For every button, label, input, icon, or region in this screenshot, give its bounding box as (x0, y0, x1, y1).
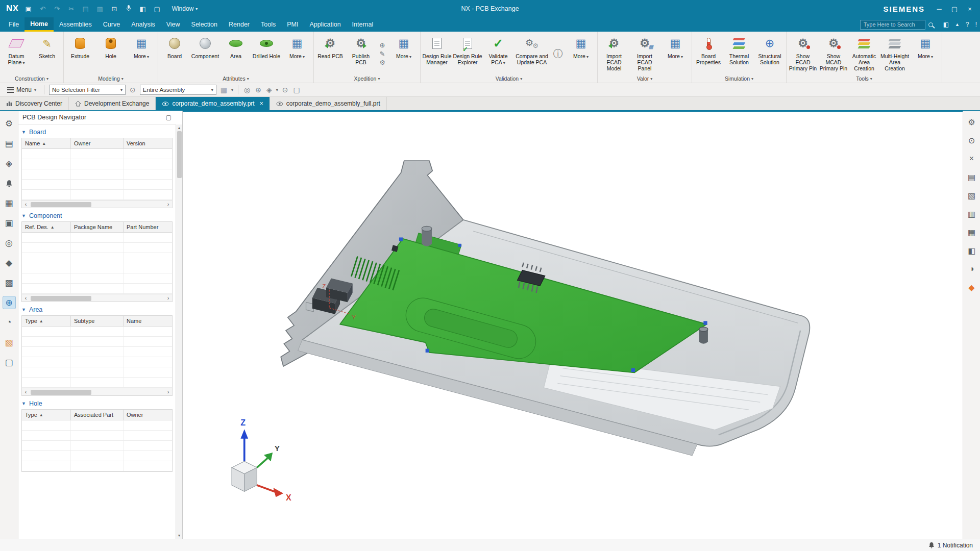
paste-icon[interactable]: ▥ (95, 5, 105, 13)
menu-internal[interactable]: Internal (347, 17, 379, 32)
horizontal-scrollbar[interactable]: ‹ › (22, 388, 172, 395)
column-header[interactable]: Ref. Des.▲ (22, 222, 71, 232)
menu-view[interactable]: View (161, 17, 186, 32)
group-label-validation[interactable]: Validation▾ (422, 74, 596, 83)
menu-file[interactable]: File (3, 17, 24, 32)
menu-pmi[interactable]: PMI (281, 17, 304, 32)
attributes-more-button[interactable]: ▦ More▾ (282, 33, 312, 74)
read-pcb-button[interactable]: ⚙ Read PCB (315, 33, 346, 74)
window-layout-icon[interactable]: ▢ (3, 356, 16, 369)
snap-midpoint-icon[interactable]: ◈ (265, 86, 273, 94)
multi-height-area-creation-button[interactable]: Multi-Height Area Creation (879, 33, 910, 74)
close-button[interactable]: × (963, 3, 977, 15)
hole-button[interactable]: Hole (95, 33, 126, 74)
sketch-button[interactable]: ✎ Sketch (32, 33, 62, 74)
modeling-more-button[interactable]: ▦ More▾ (126, 33, 157, 74)
restore-pane-icon[interactable]: ◧ (940, 17, 952, 32)
history-icon[interactable]: ◔ (3, 316, 16, 329)
column-header[interactable]: Name (124, 316, 172, 326)
orient-view-icon[interactable]: ◧ (966, 244, 978, 257)
snap-grid-icon[interactable]: ▦ (219, 86, 228, 94)
roles-gear-icon[interactable]: ⚙ (3, 117, 16, 130)
save-icon[interactable]: ▣ (24, 5, 33, 13)
horizontal-scrollbar[interactable]: ‹ › (22, 294, 172, 302)
group-label-xpedition[interactable]: Xpedition▾ (315, 74, 419, 83)
tools-more-button[interactable]: ▦ More▾ (910, 33, 941, 74)
group-label-tools[interactable]: Tools▾ (788, 74, 941, 83)
window-layout-icon[interactable]: ▢ (153, 5, 162, 13)
pin-point-icon[interactable]: ⊕ (380, 42, 385, 48)
menu-tools[interactable]: Tools (255, 17, 281, 32)
area-button[interactable]: Area (220, 33, 251, 74)
component-section-header[interactable]: ▼ Component (21, 210, 173, 221)
validation-info-button[interactable]: ⓘ (550, 33, 566, 74)
area-section-header[interactable]: ▼ Area (21, 304, 173, 315)
show-ecad-primary-pin-button[interactable]: ⚙ Show ECAD Primary Pin (788, 33, 818, 74)
shaded-view-icon[interactable]: ◑ (966, 263, 978, 275)
hd3d-tools-icon[interactable]: ◎ (3, 236, 16, 249)
column-header[interactable]: Subtype (71, 316, 124, 326)
vertical-scrollbar[interactable]: ▲ ▼ (176, 124, 182, 539)
redo-icon[interactable]: ↷ (53, 5, 62, 13)
menu-assemblies[interactable]: Assemblies (54, 17, 97, 32)
chevron-down-icon[interactable]: ▾ (276, 88, 278, 92)
dependencies-icon[interactable]: ◆ (3, 256, 16, 269)
alerts-icon[interactable]: ! (972, 17, 980, 32)
publish-pcb-button[interactable]: ⚙ Publish PCB (346, 33, 376, 74)
view-grid-icon[interactable]: ▦ (966, 226, 978, 238)
snap-center-icon[interactable]: ⊙ (281, 86, 289, 94)
menu-analysis[interactable]: Analysis (126, 17, 161, 32)
tab-development-exchange[interactable]: Development Exchange (69, 97, 156, 110)
extrude-button[interactable]: Extrude (65, 33, 95, 74)
drilled-hole-button[interactable]: Drilled Hole (251, 33, 282, 74)
settings-icon[interactable]: ⚙ (379, 59, 385, 66)
undo-icon[interactable]: ↶ (38, 5, 47, 13)
group-label-modeling[interactable]: Modeling▾ (65, 74, 157, 83)
window-menu[interactable]: Window ▾ (172, 5, 198, 12)
orientation-triad[interactable]: Z Y X (232, 418, 291, 502)
scrollbar-thumb[interactable] (177, 131, 182, 178)
column-header[interactable]: Name▲ (22, 138, 71, 148)
validation-more-button[interactable]: ▦ More▾ (566, 33, 596, 74)
snap-point-icon[interactable]: ⊕ (254, 86, 262, 94)
sketch-edit-icon[interactable]: ✎ (380, 51, 385, 57)
collapse-ribbon-icon[interactable]: ▲ (952, 17, 963, 32)
command-pane-icon[interactable]: ◧ (138, 5, 148, 13)
xpedition-more-button[interactable]: ▦ More▾ (388, 33, 419, 74)
part-navigator-icon[interactable]: ▦ (3, 196, 16, 210)
3d-model[interactable]: Z Y Z Y X (183, 112, 963, 539)
visual-reports-icon[interactable]: ▧ (3, 336, 16, 349)
column-header[interactable]: Associated Part (71, 410, 124, 420)
scrollbar-thumb[interactable] (31, 390, 91, 395)
menu-render[interactable]: Render (223, 17, 255, 32)
capture-icon[interactable]: ⊡ (110, 5, 119, 13)
menu-application[interactable]: Application (304, 17, 346, 32)
measure-icon[interactable]: ◆ (966, 281, 978, 293)
board-section-header[interactable]: ▼ Board (21, 127, 173, 138)
structural-solution-button[interactable]: ⊕ Structural Solution (754, 33, 785, 74)
tab-discovery-center[interactable]: Discovery Center (0, 97, 69, 110)
close-pane-icon[interactable]: × (966, 153, 978, 165)
group-label-simulation[interactable]: Simulation▾ (693, 74, 785, 83)
menu-home[interactable]: Home (24, 17, 54, 32)
standoff-cylinder[interactable] (699, 327, 708, 344)
layers-icon[interactable]: ▧ (966, 189, 978, 202)
notifications-bell-icon[interactable] (3, 177, 16, 190)
scrollbar-thumb[interactable] (31, 296, 91, 301)
standoff-cylinder[interactable] (422, 226, 432, 246)
board-button[interactable]: Board (159, 33, 190, 74)
column-header[interactable]: Type▲ (22, 316, 71, 326)
search-icon[interactable] (928, 22, 933, 27)
column-header[interactable]: Owner (124, 410, 172, 420)
menu-selection[interactable]: Selection (186, 17, 223, 32)
hole-section-header[interactable]: ▼ Hole (21, 398, 173, 409)
assembly-navigator-icon[interactable]: ▤ (3, 137, 16, 150)
zoom-icon[interactable]: ⊙ (966, 134, 978, 146)
valor-more-button[interactable]: ▦ More▾ (660, 33, 691, 74)
group-label-valor[interactable]: Valor▾ (599, 74, 691, 83)
column-header[interactable]: Part Number (124, 222, 172, 232)
reuse-library-icon[interactable]: ▣ (3, 216, 16, 230)
constraint-navigator-icon[interactable]: ◈ (3, 157, 16, 170)
column-header[interactable]: Package Name (71, 222, 124, 232)
clip-section-icon[interactable]: ▤ (966, 171, 978, 183)
